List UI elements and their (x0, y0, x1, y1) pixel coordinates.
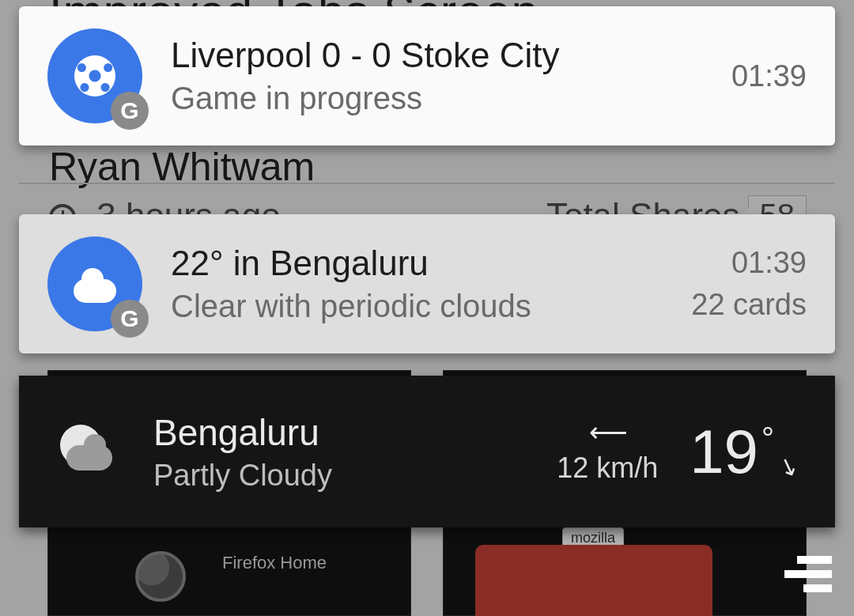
google-badge-icon: G (111, 92, 149, 130)
wind-direction-icon: ⟵ (557, 418, 658, 445)
google-badge-icon: G (111, 300, 149, 338)
wind-block: ⟵ 12 km/h (557, 418, 658, 485)
weather-condition: Partly Cloudy (153, 459, 557, 493)
notification-secondary: 22 cards (691, 288, 807, 322)
notification-title: 22° in Bengaluru (171, 244, 691, 284)
weather-city: Bengaluru (153, 411, 557, 454)
temperature-value: 19 (690, 416, 758, 488)
wind-speed: 12 km/h (557, 452, 658, 485)
notification-weather[interactable]: G 22° in Bengaluru Clear with periodic c… (19, 214, 835, 353)
temperature: 19 ° ↘ (690, 416, 799, 488)
partly-cloudy-night-icon (55, 423, 112, 480)
trend-down-icon: ↘ (775, 449, 803, 482)
notification-subtitle: Game in progress (171, 81, 731, 116)
notification-sports[interactable]: G Liverpool 0 - 0 Stoke City Game in pro… (19, 6, 835, 145)
soccer-icon (74, 55, 115, 96)
notification-title: Liverpool 0 - 0 Stoke City (171, 36, 731, 76)
degree-symbol: ° (761, 421, 774, 456)
recent-cards-button[interactable] (775, 556, 832, 600)
weather-banner[interactable]: Bengaluru Partly Cloudy ⟵ 12 km/h 19 ° ↘ (19, 376, 835, 527)
notification-time: 01:39 (691, 246, 807, 280)
weather-app-icon: G (47, 236, 142, 331)
cloud-icon (74, 279, 116, 303)
sports-app-icon: G (47, 28, 142, 123)
notification-subtitle: Clear with periodic clouds (171, 289, 691, 324)
notification-time: 01:39 (731, 59, 807, 93)
